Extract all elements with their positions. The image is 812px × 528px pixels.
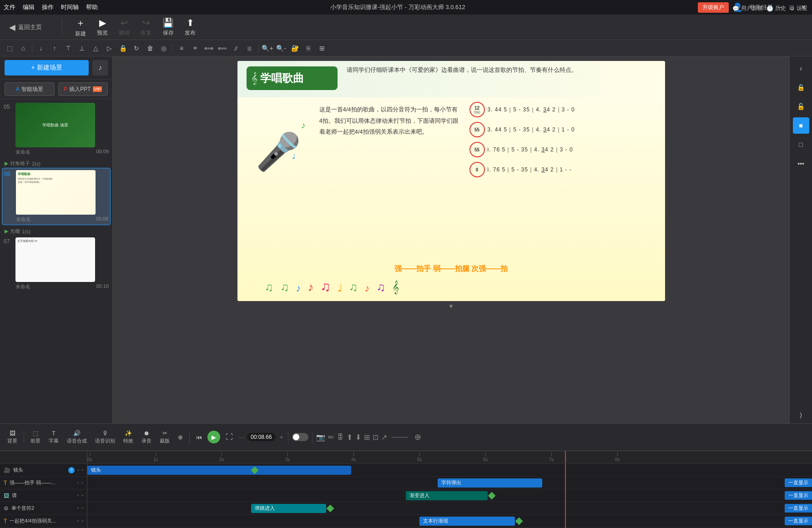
ai-scene-button[interactable]: A 智能场景: [5, 82, 55, 96]
undo-button[interactable]: ↩ 撤销: [119, 17, 130, 37]
tb2-center-h[interactable]: ⟺: [203, 42, 215, 54]
tb2-select[interactable]: ⬚: [4, 42, 15, 54]
track-block-text2[interactable]: 文本行渐现: [419, 517, 515, 526]
tb2-lock[interactable]: 🔒: [117, 42, 129, 54]
asr-button[interactable]: 🎙 语音识别: [92, 430, 118, 444]
camera-icon[interactable]: 📷: [316, 433, 325, 442]
insert-ppt-button[interactable]: P 插入PPT VIP: [58, 82, 108, 96]
menu-help[interactable]: 帮助: [86, 3, 98, 11]
track-content: 镜头 字符弹出 一直显示 渐变进入 一直显示 弹跳进入 一直显示: [87, 464, 812, 528]
tb2-align-bottom[interactable]: ⊥: [76, 42, 88, 54]
rp-rect-button[interactable]: □: [793, 136, 809, 153]
timeline-ruler[interactable]: 0s 1s 2s 3s 4s 5s 6s 7s 8s: [87, 451, 812, 463]
new-scene-button[interactable]: + 新建场景: [5, 60, 89, 75]
tb2-eye[interactable]: ◎: [158, 42, 170, 54]
track-diamond-score: [488, 492, 496, 500]
rp-blue-button[interactable]: ■: [793, 117, 809, 134]
return-start[interactable]: ⏮: [193, 434, 205, 441]
publish-icon: ⬆: [187, 17, 194, 28]
effects-label: 特效: [123, 437, 133, 444]
tb2-dist-h[interactable]: ⫽: [230, 42, 242, 54]
tb2-delete[interactable]: 🗑: [144, 42, 156, 54]
tb2-lock2[interactable]: 🔐: [289, 42, 301, 54]
effects-button[interactable]: ✨ 特效: [121, 430, 136, 444]
track-labels: 🎥 镜头 ? • • T 强——拍手 弱——... • • 🖼 谱 • •: [0, 464, 87, 528]
rp-music-button[interactable]: ♪: [793, 60, 809, 76]
collapse-arrow[interactable]: ▼: [446, 301, 456, 312]
music-button[interactable]: ♪: [92, 60, 108, 75]
tb2-home[interactable]: ⌂: [17, 42, 29, 54]
rp-lock-button[interactable]: 🔒: [793, 79, 809, 96]
tb2-more[interactable]: ⊞: [316, 42, 328, 54]
arrow-icon2[interactable]: ⬇: [355, 433, 361, 442]
track-block-note[interactable]: 弹跳进入: [251, 504, 326, 513]
tb2-up[interactable]: ↑: [49, 42, 61, 54]
menu-timeline[interactable]: 时间轴: [61, 3, 79, 11]
ruler-7s: 7s: [549, 451, 554, 463]
upgrade-button[interactable]: 升级账户: [698, 2, 729, 13]
rp-expand-button[interactable]: ⟩: [793, 407, 809, 423]
feedback-button[interactable]: 💬 用户反馈: [732, 5, 763, 12]
current-time: 00:08.66: [251, 434, 272, 440]
menu-file[interactable]: 文件: [4, 3, 15, 11]
redo-button[interactable]: ↪ 恢复: [141, 17, 151, 37]
edit-icon[interactable]: ✏: [328, 433, 334, 442]
rp-unlock-button[interactable]: 🔓: [793, 98, 809, 115]
notation-circle-4: 0: [469, 162, 485, 177]
left-panel: + 新建场景 ♪ A 智能场景 P 插入PPT VIP 05: [0, 56, 113, 423]
subtitle-button[interactable]: T 字幕: [46, 430, 61, 444]
effects-icon: ✨: [125, 430, 132, 437]
back-home-label[interactable]: 返回主页: [18, 23, 42, 31]
scene-item-06[interactable]: 06 学唱歌曲 请同学们仔细听课本中《可爱的家》 这是一首4/4拍的歌曲... …: [2, 168, 111, 236]
tb2-arrow-right[interactable]: ▷: [103, 42, 115, 54]
toggle-switch[interactable]: [292, 433, 308, 441]
rp-more-button[interactable]: •••: [793, 156, 809, 172]
crop-label: 裁版: [160, 437, 170, 444]
tts-button[interactable]: 🔊 语音合成: [64, 430, 90, 444]
add-track-icon[interactable]: ⊕: [414, 432, 421, 442]
scene-item-07[interactable]: 07 文字场景内容 07 未命名 00:10: [2, 236, 111, 292]
publish-button[interactable]: ⬆ 发布: [185, 17, 196, 37]
resize-icon[interactable]: ⊡: [373, 433, 378, 442]
history-button[interactable]: 🕐 历史: [767, 5, 786, 12]
new-button[interactable]: ＋ 新建: [75, 17, 86, 38]
foreground-button[interactable]: ⬚ 前景: [28, 430, 43, 444]
record-button[interactable]: ⏺ 录音: [139, 430, 154, 444]
tb2-dist-v[interactable]: ⫼: [244, 42, 256, 54]
tb2-triangle[interactable]: △: [90, 42, 101, 54]
scene-item-05[interactable]: 05 学唱歌曲 场景 未命名 00:09 ▶: [2, 101, 111, 168]
tb2-rotate[interactable]: ↻: [131, 42, 142, 54]
arrow-icon1[interactable]: ⬆: [347, 433, 353, 442]
bg-button[interactable]: 🖼 背景: [5, 430, 20, 444]
tb2-align-left[interactable]: ≡: [176, 42, 187, 54]
crop-button[interactable]: ✂ 裁版: [157, 430, 172, 444]
save-button[interactable]: 💾 保存: [162, 17, 174, 37]
track-row-text2: 文本行渐现 一直显示: [87, 515, 812, 528]
grid-icon[interactable]: ⊞: [364, 433, 370, 442]
publish-label: 发布: [185, 29, 196, 37]
bottom-notes: ♫ ♫ ♪ ♪ ♫ ♩ ♫ ♪ ♫ 𝄞: [265, 279, 638, 294]
tb2-align-top[interactable]: ⊤: [62, 42, 74, 54]
filter-icon[interactable]: 🎛: [337, 433, 344, 441]
tb2-zoom-out[interactable]: 🔍-: [275, 42, 287, 54]
fg-icon: ⬚: [33, 430, 38, 437]
track-block-camera[interactable]: 镜头: [87, 466, 351, 475]
menu-edit[interactable]: 编辑: [23, 3, 35, 11]
back-home-icon[interactable]: ◀: [9, 22, 15, 32]
tb2-center-v[interactable]: ⟸: [217, 42, 228, 54]
tb2-align-right[interactable]: ⫩: [189, 42, 201, 54]
more-bb-button[interactable]: ⊕: [175, 434, 186, 441]
plus-icon[interactable]: ＋: [278, 433, 284, 441]
settings-button[interactable]: ⚙ 设置: [790, 5, 807, 12]
fullscreen-toggle[interactable]: ⛶: [223, 433, 236, 441]
tb2-copy[interactable]: ⎘: [303, 42, 314, 54]
tb2-down[interactable]: ↓: [35, 42, 47, 54]
track-block-text1[interactable]: 字符弹出: [438, 478, 542, 488]
menu-operate[interactable]: 操作: [42, 3, 54, 11]
share-icon[interactable]: ↗: [381, 433, 387, 442]
help-icon[interactable]: ?: [68, 467, 75, 473]
track-block-score[interactable]: 渐变进入: [406, 491, 488, 500]
play-main-button[interactable]: ▶: [207, 431, 220, 443]
preview-button[interactable]: ▶ 预览: [97, 17, 108, 37]
tb2-zoom-in[interactable]: 🔍+: [262, 42, 273, 54]
